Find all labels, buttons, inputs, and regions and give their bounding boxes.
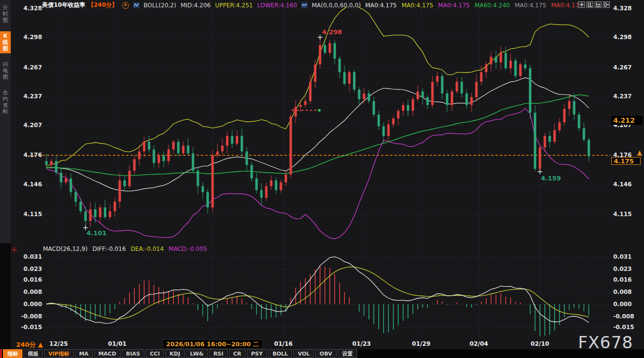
indicator-button-macd[interactable]: MACD — [94, 349, 121, 358]
candlestick-chart-canvas[interactable]: 4.2984.1594.101 — [0, 0, 644, 349]
ma-params-label: MA(0,0,0,60,0,0) — [312, 2, 361, 9]
price-axis-label-right-4.328: 4.328 — [613, 5, 632, 12]
price-axis-label-left-4.298: 4.298 — [20, 34, 42, 41]
x-axis-tick-01-23: 01/23 — [352, 340, 371, 347]
boll-mid-value: MID:4.206 — [181, 2, 211, 9]
boll-upper-value: UPPER:4.251 — [215, 2, 253, 9]
indicator-button-settings[interactable]: 设置 — [338, 349, 357, 358]
price-axis-label-right-4.146: 4.146 — [613, 181, 632, 188]
macd-axis-label-right-0.008: 0.008 — [613, 289, 632, 295]
macd-axis-label-left-0.008: 0.008 — [20, 289, 42, 295]
last-price-badge: 4.175 — [611, 157, 641, 165]
x-axis-tick-12-25: 12/25 — [49, 340, 68, 347]
boll-params-label: BOLL(20,2) — [144, 2, 176, 9]
macd-axis-label-right-0.000: 0.000 — [613, 301, 632, 308]
indicator-button-ma[interactable]: MA — [75, 349, 93, 358]
price-axis-label-left-4.328: 4.328 — [20, 5, 42, 12]
macd-diff-value: DIFF:-0.016 — [92, 246, 126, 252]
macd-macd-value: MACD:-0.005 — [169, 246, 207, 252]
indicator-header-bar: 美债10年收益率 【240分】 + BOLL(20,2) MID:4.206 U… — [42, 1, 583, 9]
indicator-button-lw[interactable]: LW& — [186, 349, 208, 358]
ma-values-group: MA0:4.175MA0:4.175MA0:4.175MA60:4.240MA0… — [365, 2, 582, 9]
price-annotation-4.159: 4.159 — [541, 175, 561, 182]
selected-candle-date-box: 2026/01/06 16:00~20:00 二 — [163, 339, 262, 349]
toolbar-tab-templates[interactable]: 模板 — [23, 349, 43, 358]
zoom-horizontal-tool-icon[interactable] — [595, 1, 601, 8]
macd-axis-label-right-0.031: 0.031 — [613, 253, 632, 260]
price-axis-label-right-4.237: 4.237 — [613, 93, 632, 100]
macd-axis-label-left-0.000: 0.000 — [20, 301, 42, 308]
ma-value-0: MA0:4.175 — [365, 2, 397, 9]
add-indicator-icon[interactable]: + — [122, 2, 129, 9]
macd-dea-value: DEA:-0.014 — [131, 246, 164, 252]
toolbar-tab-vip-indicators[interactable]: VIP指标 — [44, 349, 74, 358]
ma-value-2: MA0:4.175 — [438, 2, 470, 9]
x-axis-tick-02-10: 02/10 — [531, 340, 549, 347]
x-axis-tick-02-04: 02/04 — [470, 340, 488, 347]
macd-header-bar: MACD(26,12,9) DIFF:-0.016 DEA:-0.014 MAC… — [43, 246, 207, 252]
boll-indicator-icon[interactable] — [133, 2, 139, 8]
price-axis-label-left-4.267: 4.267 — [20, 64, 42, 71]
zoom-vertical-tool-icon[interactable] — [586, 1, 593, 8]
instrument-title: 美债10年收益率 — [42, 1, 86, 9]
current-period-status: 240分 ▲ — [16, 340, 43, 349]
toolbar-red-marker — [0, 349, 2, 358]
indicator-button-cci[interactable]: CCI — [146, 349, 164, 358]
price-axis-label-left-4.176: 4.176 — [20, 152, 42, 158]
macd-axis-label-right-0.016: 0.016 — [613, 276, 632, 283]
price-axis-label-left-4.207: 4.207 — [20, 122, 42, 129]
chart-tool-buttons — [578, 1, 610, 8]
macd-axis-label-left--0.008: -0.008 — [20, 313, 42, 320]
ma-value-4: MA0:4.175 — [515, 2, 546, 9]
x-axis-tick-01-01: 01/01 — [108, 340, 127, 347]
macd-axis-label-left--0.015: -0.015 — [20, 324, 42, 331]
indicator-button-kdj[interactable]: KDJ — [165, 349, 185, 358]
x-axis-tick-01-29: 01/29 — [412, 340, 430, 347]
price-alert-icon — [636, 149, 643, 158]
period-label: 【240分】 — [88, 1, 118, 9]
indicator-button-rsi[interactable]: RSI — [209, 349, 228, 358]
price-axis-label-right-4.267: 4.267 — [613, 64, 632, 71]
macd-axis-label-left-0.016: 0.016 — [20, 276, 42, 283]
price-axis-label-right-4.298: 4.298 — [613, 34, 632, 41]
boll-lower-value: LOWER:4.160 — [257, 2, 297, 9]
chart-application-window: 分 时 图K 线 图闪 电 图合 约 资 料 4.2984.1594.101 美… — [0, 0, 644, 358]
indicator-button-obv[interactable]: OBV — [315, 349, 337, 358]
macd-axis-label-right--0.008: -0.008 — [613, 313, 634, 320]
price-axis-label-right-4.115: 4.115 — [613, 211, 632, 218]
indicator-button-bias[interactable]: BIAS — [122, 349, 145, 358]
indicator-button-vol[interactable]: VOL — [293, 349, 314, 358]
macd-axis-label-left-0.031: 0.031 — [20, 253, 42, 260]
price-axis-label-left-4.115: 4.115 — [20, 211, 42, 218]
macd-axis-label-right--0.015: -0.015 — [613, 324, 634, 331]
cursor-price-badge: 4.212 — [611, 116, 643, 125]
macd-params-label: MACD(26,12,9) — [43, 246, 87, 252]
macd-settings-icon[interactable] — [11, 246, 18, 255]
ma-value-3: MA60:4.240 — [474, 2, 510, 9]
indicator-toolbar: 指标模板VIP指标MAMACDBIASCCIKDJLW&RSICRPSYBOLL… — [0, 349, 644, 358]
pan-right-tool-icon[interactable] — [603, 1, 610, 8]
price-annotation-4.298: 4.298 — [322, 28, 342, 36]
price-axis-label-left-4.237: 4.237 — [20, 93, 42, 100]
macd-axis-label-right-0.023: 0.023 — [613, 266, 632, 272]
indicator-button-boll[interactable]: BOLL — [268, 349, 293, 358]
ma-indicator-icon[interactable] — [301, 2, 307, 8]
toolbar-tab-indicators[interactable]: 指标 — [3, 349, 22, 358]
crosshair-tool-icon[interactable] — [578, 1, 585, 8]
indicator-button-psy[interactable]: PSY — [247, 349, 267, 358]
ma-value-1: MA0:4.175 — [402, 2, 433, 9]
price-annotation-4.101: 4.101 — [86, 229, 107, 237]
x-axis-tick-01-16: 01/16 — [274, 340, 293, 347]
price-axis-label-left-4.146: 4.146 — [20, 181, 42, 188]
macd-axis-label-left-0.023: 0.023 — [20, 266, 42, 272]
indicator-button-cr[interactable]: CR — [229, 349, 246, 358]
